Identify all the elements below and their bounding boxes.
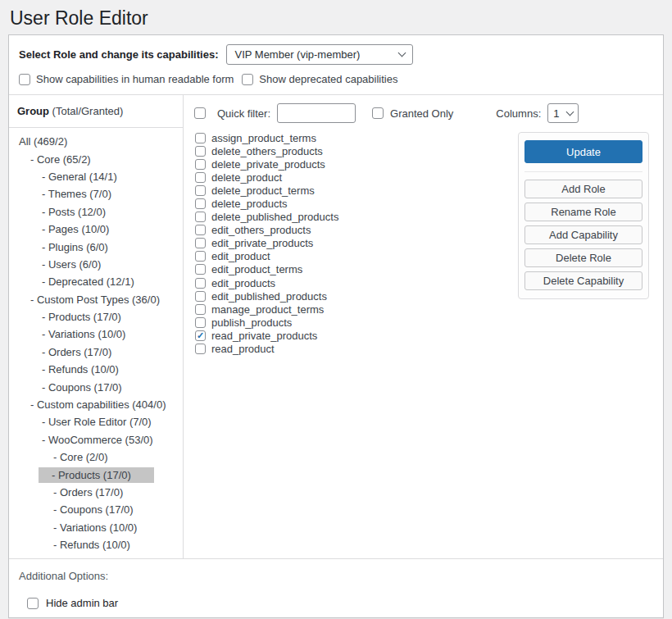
capability-checkbox[interactable] xyxy=(195,238,206,248)
tree-item[interactable]: - Posts (12/0) xyxy=(9,203,183,221)
capability-name: edit_others_products xyxy=(211,224,311,236)
update-button[interactable]: Update xyxy=(524,140,642,163)
capability-row: delete_products xyxy=(195,197,508,210)
tree-item[interactable]: - Orders (17/0) xyxy=(9,344,183,361)
group-panel-header: Group (Total/Granted) xyxy=(9,95,183,128)
capability-checkbox[interactable] xyxy=(195,133,206,143)
capability-checkbox[interactable] xyxy=(195,317,206,328)
granted-only-checkbox[interactable] xyxy=(372,107,384,119)
tree-item-label: - Refunds (10/0) xyxy=(40,362,120,376)
tree-item[interactable]: - Custom Post Types (36/0) xyxy=(9,291,183,308)
tree-item[interactable]: All (469/2) xyxy=(9,133,183,150)
tree-item-label: - Users (6/0) xyxy=(40,257,102,271)
user-role-editor-page: User Role Editor Select Role and change … xyxy=(0,0,672,618)
tree-item[interactable]: - Custom capabilities (404/0) xyxy=(9,396,183,413)
tree-item[interactable]: - Orders (17/0) xyxy=(9,484,183,501)
capability-row: manage_product_terms xyxy=(195,303,508,316)
select-all-checkbox[interactable] xyxy=(194,107,206,119)
tree-item-label: - Custom capabilities (404/0) xyxy=(29,398,167,412)
capability-checkbox[interactable] xyxy=(195,330,206,341)
tree-item[interactable]: - Core (2/0) xyxy=(9,448,183,466)
tree-item[interactable]: - Deprecated (12/1) xyxy=(9,273,183,290)
capability-checkbox[interactable] xyxy=(195,159,206,170)
hide-admin-bar-checkbox[interactable] xyxy=(27,598,39,609)
additional-options-heading: Additional Options: xyxy=(19,570,653,582)
tree-item[interactable]: - Pages (10/0) xyxy=(9,221,183,238)
quick-filter-input[interactable] xyxy=(277,103,356,123)
capability-name: assign_product_terms xyxy=(211,132,316,144)
tree-item[interactable]: - User Role Editor (7/0) xyxy=(9,413,183,430)
tree-item[interactable]: - Plugins (6/0) xyxy=(9,238,183,255)
tree-item[interactable]: - Products (17/0) xyxy=(9,466,183,483)
tree-item[interactable]: - Products (17/0) xyxy=(9,308,183,325)
tree-item-label: - Core (2/0) xyxy=(52,450,109,464)
page-title: User Role Editor xyxy=(8,0,664,34)
action-button[interactable]: Rename Role xyxy=(524,203,642,221)
tree-item-label: - Coupons (17/0) xyxy=(40,380,124,394)
role-editor-panel: Select Role and change its capabilities:… xyxy=(8,34,664,618)
tree-item[interactable]: - Variations (10/0) xyxy=(9,519,183,536)
tree-item[interactable]: - Refunds (10/0) xyxy=(9,536,183,553)
role-select-value: VIP Member (vip-member) xyxy=(234,48,360,61)
capabilities-toolbar: Quick filter: Granted Only Columns: 1 xyxy=(184,95,663,130)
human-readable-checkbox[interactable] xyxy=(19,74,30,85)
capabilities-list: assign_product_terms delete_others_produ… xyxy=(184,131,508,356)
secondary-actions: Add Role Rename Role Add Capability Dele… xyxy=(524,180,642,290)
role-selector-row: Select Role and change its capabilities:… xyxy=(9,35,663,71)
tree-item-label: - WooCommerce (53/0) xyxy=(40,433,155,447)
tree-item[interactable]: - Refunds (10/0) xyxy=(9,361,183,378)
capability-checkbox[interactable] xyxy=(195,264,206,275)
tree-item-label: - Deprecated (12/1) xyxy=(40,275,136,289)
tree-item[interactable]: - Coupons (17/0) xyxy=(9,378,183,395)
columns-select[interactable]: 1 xyxy=(547,103,579,123)
capability-name: delete_product xyxy=(211,171,282,184)
capability-row: read_product xyxy=(195,343,508,356)
tree-item-label: - Themes (7/0) xyxy=(40,187,113,201)
columns-select-value: 1 xyxy=(553,107,559,120)
capability-checkbox[interactable] xyxy=(195,251,206,262)
action-button[interactable]: Add Capability xyxy=(524,225,642,244)
role-select[interactable]: VIP Member (vip-member) xyxy=(226,44,413,65)
capability-checkbox[interactable] xyxy=(195,185,206,196)
capability-row: delete_private_products xyxy=(195,157,508,171)
capability-checkbox[interactable] xyxy=(195,146,206,157)
tree-item-label: - Custom Post Types (36/0) xyxy=(29,293,161,307)
tree-item-label: - Posts (12/0) xyxy=(40,205,107,219)
capability-row: edit_private_products xyxy=(195,237,508,250)
deprecated-checkbox[interactable] xyxy=(242,74,253,85)
capability-row: edit_others_products xyxy=(195,224,508,237)
capabilities-section: Group (Total/Granted) All (469/2) - Core… xyxy=(9,95,663,558)
tree-item[interactable]: - Users (6/0) xyxy=(9,256,183,273)
capability-checkbox[interactable] xyxy=(195,291,206,302)
action-button[interactable]: Delete Capability xyxy=(524,271,642,290)
tree-item[interactable]: - Coupons (17/0) xyxy=(9,501,183,518)
group-panel: Group (Total/Granted) All (469/2) - Core… xyxy=(9,95,184,558)
tree-item-label: - Products (17/0) xyxy=(39,467,154,483)
capability-name: delete_products xyxy=(211,198,288,210)
columns-label: Columns: xyxy=(496,107,541,120)
capability-name: edit_product_terms xyxy=(211,263,302,275)
tree-item-label: - Orders (17/0) xyxy=(40,345,113,359)
actions-separator xyxy=(524,171,642,172)
capability-checkbox[interactable] xyxy=(195,304,206,315)
additional-options-section: Additional Options: Hide admin bar xyxy=(9,558,663,617)
tree-item[interactable]: - General (14/1) xyxy=(9,168,183,185)
capability-checkbox[interactable] xyxy=(195,172,206,183)
capability-row: delete_others_products xyxy=(195,144,508,157)
tree-item[interactable]: - Variations (10/0) xyxy=(9,325,183,343)
capability-checkbox[interactable] xyxy=(195,198,206,209)
tree-item-label: - Variations (10/0) xyxy=(52,521,138,535)
capability-name: edit_product xyxy=(211,250,270,262)
tree-item[interactable]: - WooCommerce (53/0) xyxy=(9,431,183,448)
tree-item[interactable]: - Themes (7/0) xyxy=(9,185,183,203)
capability-checkbox[interactable] xyxy=(195,278,206,289)
capability-checkbox[interactable] xyxy=(195,344,206,354)
tree-item-label: - General (14/1) xyxy=(40,170,119,184)
capability-checkbox[interactable] xyxy=(195,212,206,222)
action-button[interactable]: Delete Role xyxy=(524,248,642,267)
capability-checkbox[interactable] xyxy=(195,225,206,235)
tree-item[interactable]: - Core (65/2) xyxy=(9,150,183,167)
capability-name: manage_product_terms xyxy=(211,303,324,316)
action-button[interactable]: Add Role xyxy=(524,180,642,198)
capability-row: edit_product xyxy=(195,250,508,263)
